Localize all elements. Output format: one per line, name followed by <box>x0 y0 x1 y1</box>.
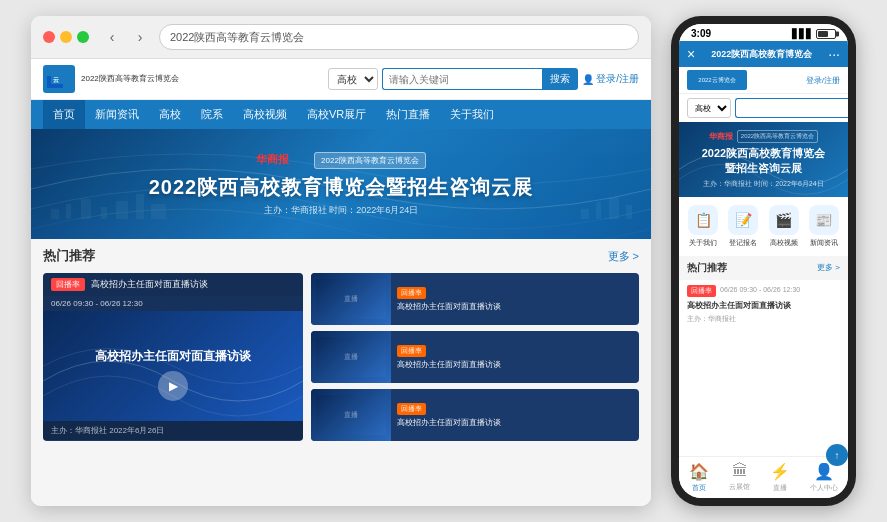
mobile-icon-videos[interactable]: 🎬 高校视频 <box>769 205 799 248</box>
address-bar[interactable]: 2022陕西高等教育云博览会 <box>159 24 639 50</box>
register-icon: 📝 <box>728 205 758 235</box>
exhibition-nav-icon: 🏛 <box>732 462 748 480</box>
mobile-search-input[interactable] <box>735 98 848 118</box>
mobile-screen: 3:09 ▋▋▋ × 2022陕西高校教育博览会 ··· 2022云博览会 登录… <box>679 24 848 498</box>
search-input[interactable] <box>382 68 542 90</box>
hero-content: 华商报 2022陕西高等教育云博览会 2022陕西高校教育博览会暨招生咨询云展 … <box>149 151 534 217</box>
home-nav-label: 首页 <box>692 483 706 493</box>
mobile-bottom-nav: 🏠 首页 🏛 云展馆 ⚡ 直播 👤 个人中心 <box>679 456 848 498</box>
about-icon: 📋 <box>688 205 718 235</box>
thumb-card-2[interactable]: 直播 回播率 高校招办主任面对面直播访谈 <box>311 331 639 383</box>
maximize-dot[interactable] <box>77 31 89 43</box>
signal-icon: ▋▋▋ <box>792 29 813 39</box>
mobile-search-select[interactable]: 高校 <box>687 98 731 118</box>
nav-item-about[interactable]: 关于我们 <box>440 100 504 129</box>
nav-item-home[interactable]: 首页 <box>43 100 85 129</box>
logo-icon: 云 <box>43 65 75 93</box>
mobile-nav-home[interactable]: 🏠 首页 <box>689 462 709 493</box>
main-content: 热门推荐 更多 > 回播率 高校招办主任面对面直播访谈 06/26 09:30 … <box>31 239 651 506</box>
thumb-img-label-3: 直播 <box>344 410 358 420</box>
scroll-up-button[interactable]: ↑ <box>826 444 848 466</box>
thumb-card-1[interactable]: 直播 回播率 高校招办主任面对面直播访谈 <box>311 273 639 325</box>
mobile-login-button[interactable]: 登录/注册 <box>806 75 840 86</box>
exhibition-nav-label: 云展馆 <box>729 482 750 492</box>
nav-item-vr[interactable]: 高校VR展厅 <box>297 100 376 129</box>
hero-title: 2022陕西高校教育博览会暨招生咨询云展 <box>149 174 534 201</box>
search-input-wrap: 搜索 <box>382 68 578 90</box>
thumb-img-label-1: 直播 <box>344 294 358 304</box>
mobile-status-bar: 3:09 ▋▋▋ <box>679 24 848 41</box>
back-button[interactable]: ‹ <box>101 26 123 48</box>
live-badge: 回播率 <box>51 278 85 291</box>
more-link[interactable]: 更多 > <box>608 249 639 264</box>
nav-item-news[interactable]: 新闻资讯 <box>85 100 149 129</box>
video-footer: 主办：华商报社 2022年6月26日 <box>43 421 303 440</box>
video-main[interactable]: 高校招办主任面对面直播访谈 ▶ <box>43 311 303 421</box>
thumb-badge-3: 回播率 <box>397 403 426 415</box>
mobile-video-extra: 主办：华商报社 <box>687 314 840 324</box>
nav-item-departments[interactable]: 院系 <box>191 100 233 129</box>
mobile-logo-text: 2022云博览会 <box>698 76 735 85</box>
news-label: 新闻资讯 <box>810 238 838 248</box>
mobile-app-header: × 2022陕西高校教育博览会 ··· <box>679 41 848 67</box>
thumb-badge-2: 回播率 <box>397 345 426 357</box>
svg-rect-9 <box>136 194 144 219</box>
mobile-hot-header: 热门推荐 更多 > <box>679 256 848 280</box>
thumb-image-3: 直播 <box>311 389 391 441</box>
video-header-title: 高校招办主任面对面直播访谈 <box>91 278 208 291</box>
live-nav-label: 直播 <box>773 483 787 493</box>
mobile-icons-grid: 📋 关于我们 📝 登记报名 🎬 高校视频 📰 新闻资讯 <box>679 197 848 256</box>
website: 云 2022陕西高等教育云博览会 高校 搜索 👤 登录/注册 <box>31 59 651 506</box>
nav-item-videos[interactable]: 高校视频 <box>233 100 297 129</box>
videos-label: 高校视频 <box>770 238 798 248</box>
thumb-cards: 直播 回播率 高校招办主任面对面直播访谈 直播 <box>311 273 639 441</box>
mobile-nav-live[interactable]: ⚡ 直播 <box>770 462 790 493</box>
minimize-dot[interactable] <box>60 31 72 43</box>
login-text: 登录/注册 <box>596 72 639 86</box>
svg-rect-14 <box>626 205 632 219</box>
thumb-info-2: 回播率 高校招办主任面对面直播访谈 <box>391 331 639 383</box>
svg-rect-7 <box>101 207 107 219</box>
mobile-icon-register[interactable]: 📝 登记报名 <box>728 205 758 248</box>
mobile-icon-about[interactable]: 📋 关于我们 <box>688 205 718 248</box>
mobile-hot-title: 热门推荐 <box>687 261 727 275</box>
mobile-status-icons: ▋▋▋ <box>792 29 836 39</box>
mobile-icon-news[interactable]: 📰 新闻资讯 <box>809 205 839 248</box>
forward-button[interactable]: › <box>129 26 151 48</box>
video-header: 回播率 高校招办主任面对面直播访谈 <box>43 273 303 296</box>
mobile-nav-exhibition[interactable]: 🏛 云展馆 <box>729 462 750 493</box>
mobile-hero-title: 2022陕西高校教育博览会暨招生咨询云展 <box>687 146 840 177</box>
mobile-video-item[interactable]: 回播率 06/26 09:30 - 06/26 12:30 高校招办主任面对面直… <box>679 280 848 329</box>
search-category-select[interactable]: 高校 <box>328 68 378 90</box>
svg-rect-5 <box>66 204 71 219</box>
mobile-nav-profile[interactable]: 👤 个人中心 <box>810 462 838 493</box>
logo-text: 2022陕西高等教育云博览会 <box>81 74 179 84</box>
mobile-live-badge: 回播率 <box>687 285 716 297</box>
svg-rect-6 <box>81 199 91 219</box>
profile-nav-label: 个人中心 <box>810 483 838 493</box>
main-video-card: 回播率 高校招办主任面对面直播访谈 06/26 09:30 - 06/26 12… <box>43 273 303 441</box>
hero-logo-left: 华商报 <box>256 151 306 170</box>
user-icon: 👤 <box>582 74 594 85</box>
search-bar: 高校 搜索 👤 登录/注册 <box>328 68 639 90</box>
thumb-info-1: 回播率 高校招办主任面对面直播访谈 <box>391 273 639 325</box>
play-button[interactable]: ▶ <box>158 371 188 401</box>
nav-item-live[interactable]: 热门直播 <box>376 100 440 129</box>
nav-bar: 首页 新闻资讯 高校 院系 高校视频 高校VR展厅 热门直播 关于我们 <box>31 100 651 129</box>
mobile-back-button[interactable]: × <box>687 46 695 62</box>
svg-rect-12 <box>596 202 601 219</box>
thumb-card-3[interactable]: 直播 回播率 高校招办主任面对面直播访谈 <box>311 389 639 441</box>
close-dot[interactable] <box>43 31 55 43</box>
nav-item-schools[interactable]: 高校 <box>149 100 191 129</box>
mobile-logo-area: 2022云博览会 登录/注册 <box>679 67 848 94</box>
thumb-image-1: 直播 <box>311 273 391 325</box>
login-button[interactable]: 👤 登录/注册 <box>582 72 639 86</box>
profile-nav-icon: 👤 <box>814 462 834 481</box>
search-button[interactable]: 搜索 <box>542 68 578 90</box>
svg-rect-4 <box>51 209 59 219</box>
mobile-more-button[interactable]: ··· <box>828 46 840 62</box>
home-nav-icon: 🏠 <box>689 462 709 481</box>
videos-icon: 🎬 <box>769 205 799 235</box>
mobile-more-link[interactable]: 更多 > <box>817 262 840 273</box>
thumb-title-2: 高校招办主任面对面直播访谈 <box>397 359 633 370</box>
